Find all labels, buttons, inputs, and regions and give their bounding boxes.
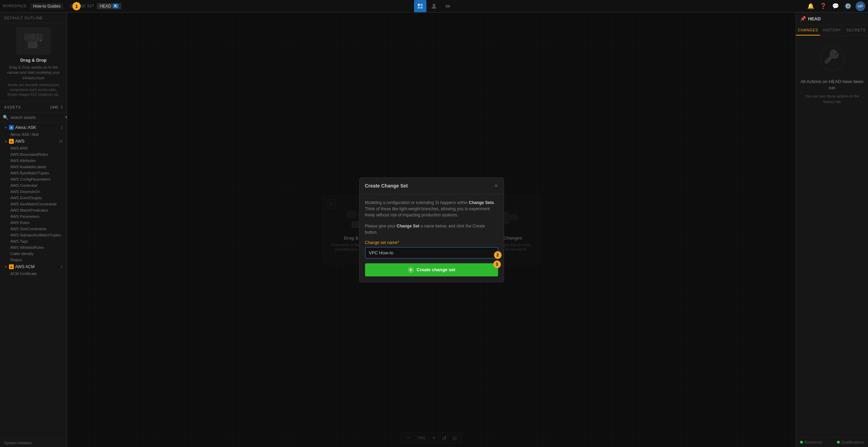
qualifications-status-dot: [837, 441, 840, 444]
tree-item-acm-certificate[interactable]: ACM Certificate: [0, 271, 67, 277]
step-2-badge: 2: [494, 251, 502, 259]
filter-icon[interactable]: ▼: [64, 115, 67, 120]
group-count-alexa: 1: [61, 125, 63, 130]
tab-changes[interactable]: CHANGES: [796, 25, 820, 35]
plus-circle-icon: +: [408, 267, 414, 273]
tree-item-aws-eventtargets[interactable]: AWS EventTargets: [0, 195, 67, 201]
right-status-text: All Actions on HEAD have been run: [800, 79, 864, 91]
tree-item-aws-arn[interactable]: AWS ARN: [0, 145, 67, 151]
modal-body: Modeling a configuration or extending SI…: [360, 194, 504, 282]
tree-item-aws-geomatchconstraints[interactable]: AWS GeoMatchConstraints: [0, 201, 67, 207]
topbar-left: WORKSPACE: How-to Guides CHANGE SET HEAD…: [3, 3, 121, 9]
gear-icon[interactable]: ⚙️: [843, 1, 853, 11]
svg-rect-1: [421, 4, 423, 6]
group-count-aws: 19: [59, 139, 63, 143]
right-sidebar: 📌 HEAD CHANGES HISTORY SECRETS All Actio…: [796, 12, 868, 447]
topbar-center: [414, 0, 454, 12]
step-3-badge: 3: [493, 261, 501, 268]
avatar[interactable]: HP: [856, 1, 865, 11]
k-badge: K: [113, 4, 119, 8]
wrench-icon: [817, 43, 848, 74]
svg-rect-2: [418, 7, 420, 9]
tree-item-aws-rules[interactable]: AWS Rules: [0, 220, 67, 226]
tree-item-aws-sizeconstraints[interactable]: AWS SizeConstraints: [0, 226, 67, 232]
search-input[interactable]: [10, 115, 62, 120]
modal-title: Create Change Set: [365, 183, 408, 189]
aws-icon: A: [9, 139, 14, 144]
system-initiative-label: System Initiative: [4, 441, 32, 445]
tree-item-alexa-ask-skill[interactable]: Alexa::ASK::Skill: [0, 131, 67, 138]
topbar-right: 🔔 ❓ 💬 ⚙️ HP: [806, 1, 865, 11]
diagram-nav-btn[interactable]: [414, 0, 426, 12]
qualifications-label: Qualifications: [841, 440, 864, 444]
tree-item-aws-tags[interactable]: AWS Tags: [0, 238, 67, 244]
preview-image: [16, 27, 51, 55]
tree-group-aws-acm[interactable]: ▼ A AWS ACM 1: [0, 263, 67, 271]
tree-item-aws-whitelistrules[interactable]: AWS WhitelistRules: [0, 244, 67, 251]
assets-label: ASSETS: [4, 105, 50, 109]
modal-description: Modeling a configuration or extending SI…: [365, 200, 498, 218]
tree-item-aws-sqlinjectionmatchtuples[interactable]: AWS SqlInjectionMatchTuples: [0, 232, 67, 238]
tab-secrets[interactable]: SECRETS: [844, 25, 868, 35]
workspace-label: WORKSPACE:: [3, 4, 28, 8]
main-layout: DEFAULT OUTLINE Drag & Drop Drag & Drop …: [0, 12, 868, 447]
help-icon[interactable]: ❓: [818, 1, 828, 11]
tree-group-aws[interactable]: ▼ A AWS 19: [0, 138, 67, 145]
tree-item-aws-dependson[interactable]: AWS DependsOn: [0, 189, 67, 195]
right-panel-header: 📌 HEAD: [796, 12, 868, 25]
svg-rect-0: [418, 4, 420, 6]
modal-close-button[interactable]: ×: [494, 183, 498, 189]
svg-rect-3: [421, 7, 423, 9]
resources-label: Resources: [804, 440, 822, 444]
assets-section: ASSETS 1945 ℹ 🔍 ▼ ▼ A Alexa::ASK 1 Alexa…: [0, 102, 67, 438]
step-1-badge: 1: [72, 2, 81, 10]
right-status-sub: You can see those actions in the history…: [800, 94, 864, 104]
modal-description-2: Please give your Change Set a name below…: [365, 223, 498, 235]
assets-header: ASSETS 1945 ℹ: [0, 102, 67, 113]
assets-info-icon[interactable]: ℹ: [61, 104, 63, 110]
asset-tree: ▼ A Alexa::ASK 1 Alexa::ASK::Skill ▼ A A…: [0, 122, 67, 438]
canvas-area[interactable]: 1 Drag & Drop Drag assets to the canvas …: [67, 12, 796, 447]
search-row: 🔍 ▼: [0, 113, 67, 122]
svg-point-6: [447, 6, 448, 7]
group-name-alexa: Alexa::ASK: [15, 125, 59, 130]
create-change-set-button[interactable]: + Create change set: [365, 263, 498, 276]
group-name-aws: AWS: [15, 139, 57, 144]
tree-item-caller-identity[interactable]: Caller Identity: [0, 251, 67, 257]
modal-input-label: Change set name*: [365, 240, 498, 245]
bell-icon[interactable]: 🔔: [806, 1, 816, 11]
resources-item[interactable]: Resources: [800, 440, 822, 444]
tree-group-alexa-ask[interactable]: ▼ A Alexa::ASK 1: [0, 124, 67, 131]
tree-item-aws-parameters[interactable]: AWS Parameters: [0, 213, 67, 220]
right-panel-bottom: Resources Qualifications: [796, 437, 868, 447]
user-nav-btn[interactable]: [428, 0, 440, 12]
tree-item-region[interactable]: Region: [0, 257, 67, 263]
right-panel-content: All Actions on HEAD have been run You ca…: [796, 36, 868, 437]
change-set-name-input[interactable]: [365, 247, 498, 258]
tree-item-aws-associatedroles[interactable]: AWS AssociatedRoles: [0, 151, 67, 158]
workspace-name[interactable]: How-to Guides: [30, 3, 63, 9]
qualifications-item[interactable]: Qualifications: [837, 440, 864, 444]
preview-title: Drag & Drop: [20, 58, 47, 63]
submit-button-wrapper: + Create change set 3: [365, 263, 498, 276]
create-change-set-modal: Create Change Set × Modeling a configura…: [359, 177, 504, 282]
assets-count: 1945: [50, 105, 58, 109]
change-set-value: HEAD: [100, 4, 111, 9]
tree-item-aws-configparameters[interactable]: AWS ConfigParameters: [0, 176, 67, 182]
svg-point-27: [826, 61, 828, 63]
preview-desc2: Assets are reusable infrastructure compo…: [4, 83, 63, 97]
modal-header: Create Change Set ×: [360, 178, 504, 194]
right-panel-tabs: CHANGES HISTORY SECRETS: [796, 25, 868, 36]
tree-item-aws-credential[interactable]: AWS Credential: [0, 182, 67, 189]
tree-item-aws-attributes[interactable]: AWS Attributes: [0, 158, 67, 164]
sidebar-bottom: System Initiative: [0, 438, 67, 447]
discord-icon[interactable]: 💬: [831, 1, 840, 11]
tree-item-aws-bytematchtuples[interactable]: AWS ByteMatchTuples: [0, 170, 67, 176]
tree-item-aws-availablelabels[interactable]: AWS AvailableLabels: [0, 164, 67, 170]
eye-nav-btn[interactable]: [442, 0, 454, 12]
change-set-badge[interactable]: HEAD K: [97, 3, 121, 9]
tab-history[interactable]: HISTORY: [820, 25, 844, 35]
sidebar-header: DEFAULT OUTLINE: [0, 12, 67, 23]
preview-desc: Drag & Drop assets on to the canvas and …: [4, 65, 63, 81]
tree-item-aws-matchpredicates[interactable]: AWS MatchPredicates: [0, 207, 67, 213]
